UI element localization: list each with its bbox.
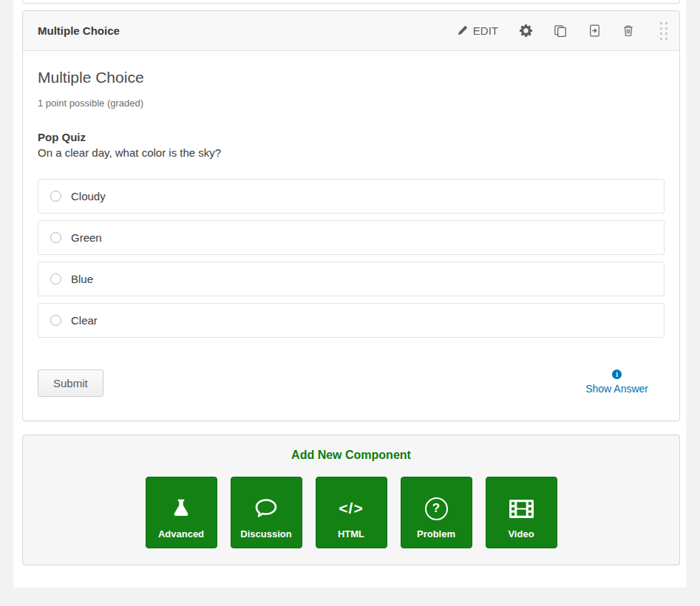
previous-component-edge: [22, 0, 680, 4]
add-button-label: Problem: [417, 528, 455, 539]
choice-option-cloudy[interactable]: Cloudy: [38, 179, 665, 214]
edit-button[interactable]: EDIT: [457, 24, 498, 37]
add-component-buttons: Advanced Discussion </> HTML: [23, 477, 679, 548]
problem-actions: Submit i Show Answer: [38, 370, 665, 397]
gear-icon: [520, 24, 532, 37]
choice-label: Clear: [71, 314, 98, 327]
add-html-button[interactable]: </> HTML: [316, 477, 387, 548]
component-header: Multiple Choice EDIT: [23, 11, 679, 51]
drag-handle-icon[interactable]: [659, 21, 669, 41]
choice-list: Cloudy Green Blue Clear: [38, 179, 665, 338]
submit-button[interactable]: Submit: [38, 370, 103, 397]
radio-button[interactable]: [50, 191, 61, 202]
add-button-label: Discussion: [240, 528, 291, 539]
info-icon: i: [612, 370, 622, 379]
add-component-panel: Add New Component Advanced Discussion: [22, 435, 680, 565]
add-component-title: Add New Component: [23, 449, 679, 462]
radio-button[interactable]: [50, 273, 61, 285]
duplicate-button[interactable]: [554, 24, 567, 38]
duplicate-icon: [554, 24, 567, 38]
film-icon: [509, 488, 534, 528]
radio-button[interactable]: [50, 315, 61, 326]
component-title: Multiple Choice: [38, 24, 120, 37]
question-label: Pop Quiz: [38, 130, 665, 144]
add-button-label: Video: [508, 528, 534, 539]
move-icon: [588, 24, 601, 37]
question-circle-icon: ?: [425, 488, 448, 528]
code-icon: </>: [339, 488, 363, 528]
edit-button-label: EDIT: [473, 24, 498, 37]
question-text: On a clear day, what color is the sky?: [38, 146, 665, 160]
add-discussion-button[interactable]: Discussion: [231, 477, 302, 548]
choice-label: Green: [71, 231, 102, 244]
comment-icon: [254, 488, 279, 528]
choice-option-green[interactable]: Green: [38, 220, 665, 255]
show-answer-label: Show Answer: [585, 383, 648, 395]
choice-label: Blue: [71, 273, 93, 285]
settings-button[interactable]: [520, 24, 532, 37]
content-column: Multiple Choice EDIT: [13, 0, 686, 588]
flask-icon: [170, 488, 192, 528]
show-answer-link[interactable]: i Show Answer: [585, 370, 648, 395]
add-button-label: Advanced: [158, 528, 204, 539]
add-problem-button[interactable]: ? Problem: [401, 477, 472, 548]
choice-option-blue[interactable]: Blue: [38, 262, 665, 296]
trash-icon: [622, 24, 634, 37]
page-background: Multiple Choice EDIT: [0, 0, 700, 606]
problem-preview: Multiple Choice 1 point possible (graded…: [23, 51, 679, 421]
pencil-icon: [457, 25, 468, 36]
radio-button[interactable]: [50, 232, 61, 243]
component-actions: EDIT: [457, 21, 669, 41]
multiple-choice-component-card: Multiple Choice EDIT: [22, 10, 680, 421]
delete-button[interactable]: [622, 24, 634, 37]
problem-title: Multiple Choice: [38, 67, 665, 87]
choice-option-clear[interactable]: Clear: [38, 303, 665, 338]
move-button[interactable]: [588, 24, 601, 37]
choice-label: Cloudy: [71, 190, 106, 202]
points-text: 1 point possible (graded): [38, 98, 665, 109]
add-video-button[interactable]: Video: [486, 477, 557, 548]
add-advanced-button[interactable]: Advanced: [146, 477, 217, 548]
add-button-label: HTML: [338, 528, 364, 539]
